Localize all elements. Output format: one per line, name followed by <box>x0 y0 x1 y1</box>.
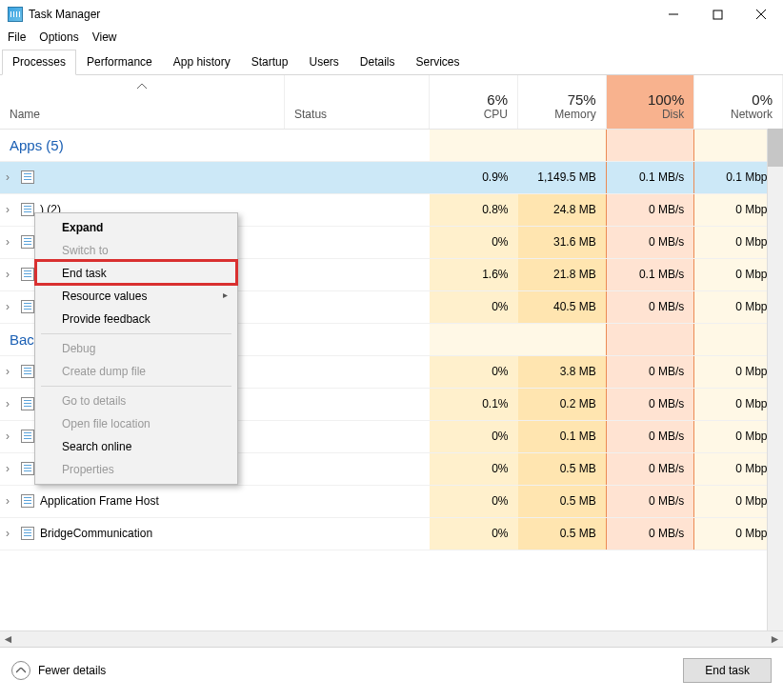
process-icon <box>21 365 34 378</box>
cpu-pct: 6% <box>439 91 508 108</box>
cpu-cell: 0.1% <box>430 388 518 420</box>
status-cell <box>285 193 430 226</box>
menubar: File Options View <box>0 29 783 50</box>
end-task-button[interactable]: End task <box>683 658 772 683</box>
tab-performance[interactable]: Performance <box>76 50 163 74</box>
cpu-cell: 0% <box>430 420 518 452</box>
chevron-up-icon <box>11 661 30 680</box>
titlebar: Task Manager <box>0 0 783 29</box>
expand-icon[interactable]: › <box>6 397 19 410</box>
col-memory[interactable]: 75% Memory <box>518 75 607 129</box>
cpu-cell: 0% <box>430 452 518 485</box>
table-row[interactable]: ›BridgeCommunication0%0.5 MB0 MB/s0 Mbps <box>0 517 783 550</box>
tabstrip: Processes Performance App history Startu… <box>0 50 783 75</box>
group-header[interactable]: Apps (5) <box>0 129 430 161</box>
context-item-resource-values[interactable]: Resource values <box>35 285 237 308</box>
mem-cell: 24.8 MB <box>518 193 607 226</box>
context-menu: ExpandSwitch toEnd taskResource valuesPr… <box>34 212 238 485</box>
context-item-provide-feedback[interactable]: Provide feedback <box>35 308 237 330</box>
expand-icon[interactable]: › <box>6 494 19 508</box>
scroll-track[interactable] <box>16 631 767 647</box>
cpu-label: CPU <box>484 108 508 121</box>
process-name-cell[interactable]: ›Application Frame Host <box>0 485 285 517</box>
process-icon <box>21 527 34 540</box>
mem-label: Memory <box>554 108 595 121</box>
cpu-cell: 0% <box>430 226 518 258</box>
menu-view[interactable]: View <box>92 30 117 44</box>
close-button[interactable] <box>739 0 783 29</box>
tab-startup[interactable]: Startup <box>241 50 299 74</box>
expand-icon[interactable]: › <box>6 462 19 475</box>
sort-caret-icon <box>137 79 147 92</box>
disk-cell: 0 MB/s <box>606 226 694 258</box>
metric-cell <box>606 323 694 355</box>
metric-cell <box>518 323 607 355</box>
disk-cell: 0 MB/s <box>606 193 694 226</box>
process-icon <box>21 300 34 313</box>
cpu-cell: 0% <box>430 290 518 323</box>
status-cell <box>285 420 430 452</box>
net-label: Network <box>731 108 773 121</box>
maximize-button[interactable] <box>695 0 739 29</box>
expand-icon[interactable]: › <box>6 203 19 216</box>
table-row[interactable]: ›Application Frame Host0%0.5 MB0 MB/s0 M… <box>0 485 783 517</box>
vertical-scrollbar[interactable] <box>767 129 783 630</box>
disk-cell: 0.1 MB/s <box>606 258 694 290</box>
disk-pct: 100% <box>616 91 685 108</box>
disk-cell: 0 MB/s <box>606 452 694 485</box>
menu-file[interactable]: File <box>8 30 26 44</box>
context-item-expand[interactable]: Expand <box>35 216 237 239</box>
expand-icon[interactable]: › <box>6 300 19 313</box>
menu-options[interactable]: Options <box>39 30 78 44</box>
context-separator <box>41 333 231 334</box>
metric-cell <box>606 129 694 161</box>
process-icon <box>21 494 34 508</box>
status-cell <box>285 388 430 420</box>
context-item-debug: Debug <box>35 337 237 360</box>
net-pct: 0% <box>704 91 773 108</box>
mem-cell: 3.8 MB <box>518 355 607 388</box>
cpu-cell: 0.8% <box>430 193 518 226</box>
horizontal-scrollbar[interactable]: ◄ ► <box>0 630 783 647</box>
scroll-right-icon[interactable]: ► <box>767 632 783 646</box>
process-icon <box>21 235 34 249</box>
table-row[interactable]: Apps (5) <box>0 129 783 161</box>
expand-icon[interactable]: › <box>6 430 19 443</box>
process-name-cell[interactable]: › <box>0 161 285 193</box>
tab-processes[interactable]: Processes <box>2 50 76 75</box>
tab-details[interactable]: Details <box>350 50 406 74</box>
process-name-label: BridgeCommunication <box>40 527 152 540</box>
metric-cell <box>430 129 518 161</box>
expand-icon[interactable]: › <box>6 527 19 540</box>
mem-pct: 75% <box>528 91 596 108</box>
col-disk[interactable]: 100% Disk <box>606 75 694 129</box>
tab-app-history[interactable]: App history <box>163 50 241 74</box>
context-separator <box>41 386 231 387</box>
tab-users[interactable]: Users <box>298 50 349 74</box>
tab-services[interactable]: Services <box>406 50 471 74</box>
col-status[interactable]: Status <box>285 75 430 129</box>
mem-cell: 0.5 MB <box>518 485 607 517</box>
disk-cell: 0.1 MB/s <box>606 161 694 193</box>
scrollbar-thumb[interactable] <box>768 129 783 167</box>
col-name[interactable]: Name <box>0 75 285 129</box>
process-icon <box>21 462 34 475</box>
expand-icon[interactable]: › <box>6 268 19 281</box>
context-item-search-online[interactable]: Search online <box>35 435 237 458</box>
context-item-end-task[interactable]: End task <box>35 262 237 285</box>
table-row[interactable]: ›0.9%1,149.5 MB0.1 MB/s0.1 Mbps <box>0 161 783 193</box>
expand-icon[interactable]: › <box>6 235 19 249</box>
col-cpu[interactable]: 6% CPU <box>430 75 518 129</box>
metric-cell <box>518 129 607 161</box>
expand-icon[interactable]: › <box>6 365 19 378</box>
disk-cell: 0 MB/s <box>606 517 694 550</box>
process-name-cell[interactable]: ›BridgeCommunication <box>0 517 285 550</box>
fewer-details-toggle[interactable]: Fewer details <box>11 661 106 680</box>
expand-icon[interactable]: › <box>6 170 19 184</box>
disk-cell: 0 MB/s <box>606 355 694 388</box>
col-network[interactable]: 0% Network <box>694 75 783 129</box>
status-cell <box>285 161 430 193</box>
minimize-button[interactable] <box>652 0 695 29</box>
process-icon <box>21 170 34 184</box>
scroll-left-icon[interactable]: ◄ <box>0 632 16 646</box>
